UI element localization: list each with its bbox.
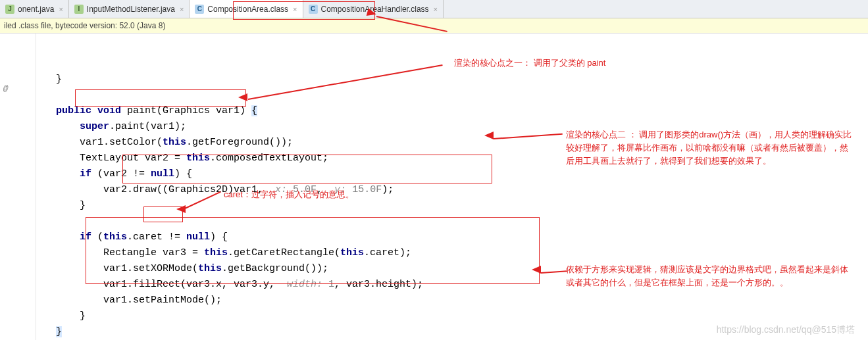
gutter: @ — [0, 34, 36, 340]
annotation-text: caret：过字符，插入记号的意思。 — [224, 188, 354, 201]
code-text: .getBackground()); — [222, 263, 328, 274]
code-text: var1.setColor( — [80, 137, 163, 148]
keyword-this: this — [198, 263, 222, 274]
code-text: (var2 != — [91, 168, 151, 180]
code-text: , var3.height); — [334, 279, 423, 290]
code-text: .getCaretRectangle( — [228, 247, 340, 258]
tab-label: CompositionAreaHandler.class — [321, 5, 429, 14]
decompile-info-bar: iled .class file, bytecode version: 52.0… — [0, 18, 868, 34]
code-text: var1.setXORMode( — [103, 263, 198, 274]
code-text: var1.setPaintMode(); — [103, 295, 222, 306]
close-icon[interactable]: × — [293, 5, 297, 13]
close-icon[interactable]: × — [434, 5, 438, 13]
method-name: paint(Graphics var1) — [121, 105, 251, 116]
code-text: ); — [382, 184, 394, 195]
keyword-this: this — [186, 153, 210, 164]
keyword-super: super — [80, 121, 109, 132]
keyword-this: this — [340, 247, 364, 258]
code-text: .composedTextLayout; — [210, 153, 328, 164]
keyword-null: null — [151, 168, 174, 180]
param-hint-width: width: — [287, 279, 328, 290]
annotation-text: 渲染的核心点之一： 调用了父类的 paint — [454, 57, 744, 70]
keyword-if: if — [80, 168, 91, 180]
java-icon: J — [5, 5, 14, 14]
annotation-text: 渲染的核心点二 ： 调用了图形类的draw()方法（画），用人类的理解确实比较好… — [566, 128, 855, 168]
literal: 1 — [328, 279, 334, 290]
tab-compositionarea[interactable]: C CompositionArea.class × — [190, 0, 303, 18]
keyword-null: null — [186, 231, 210, 243]
tab-onent-java[interactable]: J onent.java × — [0, 0, 69, 18]
keyword-this: this — [163, 137, 186, 148]
class-icon: C — [309, 5, 318, 14]
tab-inputmethodlistener[interactable]: I InputMethodListener.java × — [69, 0, 190, 18]
tab-compositionareahandler[interactable]: C CompositionAreaHandler.class × — [303, 0, 444, 18]
close-icon[interactable]: × — [59, 5, 63, 13]
keyword-this: this — [103, 231, 127, 243]
code-text: TextLayout var2 = — [80, 153, 186, 164]
close-icon[interactable]: × — [180, 5, 184, 13]
code-brace: } — [80, 200, 86, 211]
code-text: ) { — [174, 168, 192, 180]
code-text: .paint(var1); — [109, 121, 186, 132]
code-editor[interactable]: @ } public void paint(Graphics var1) { s… — [0, 34, 868, 340]
code-text: .caret != — [127, 231, 186, 243]
code-text: .caret); — [364, 247, 411, 258]
keyword-this: this — [204, 247, 228, 258]
override-gutter-icon[interactable]: @ — [3, 81, 8, 97]
literal: 15.0F — [352, 184, 382, 195]
keyword-public: public — [56, 105, 91, 116]
code-text: ( — [91, 231, 103, 243]
code-brace: } — [80, 310, 86, 322]
tab-label: onent.java — [18, 5, 54, 14]
code-text: var1.fillRect(var3.x, var3.y, — [103, 279, 287, 290]
code-text: Rectangle var3 = — [103, 247, 204, 258]
bracket-highlight: { — [251, 105, 257, 116]
code-text: .getForeground()); — [186, 137, 293, 148]
tab-label: InputMethodListener.java — [87, 5, 175, 14]
code-text: ) { — [210, 231, 228, 243]
tab-label: CompositionArea.class — [207, 5, 288, 14]
bracket-highlight: } — [56, 326, 62, 337]
interface-icon: I — [74, 5, 84, 14]
keyword-void: void — [97, 105, 121, 116]
watermark: https://blog.csdn.net/qq@515博塔 — [717, 324, 855, 336]
code-brace: } — [56, 74, 62, 85]
class-icon: C — [195, 5, 204, 14]
editor-tabs: J onent.java × I InputMethodListener.jav… — [0, 0, 868, 18]
annotation-text: 依赖于方形来实现逻辑，猜测应该是文字的边界格式吧，虽然看起来是斜体或者其它的什么… — [566, 263, 855, 289]
keyword-if: if — [80, 231, 91, 243]
